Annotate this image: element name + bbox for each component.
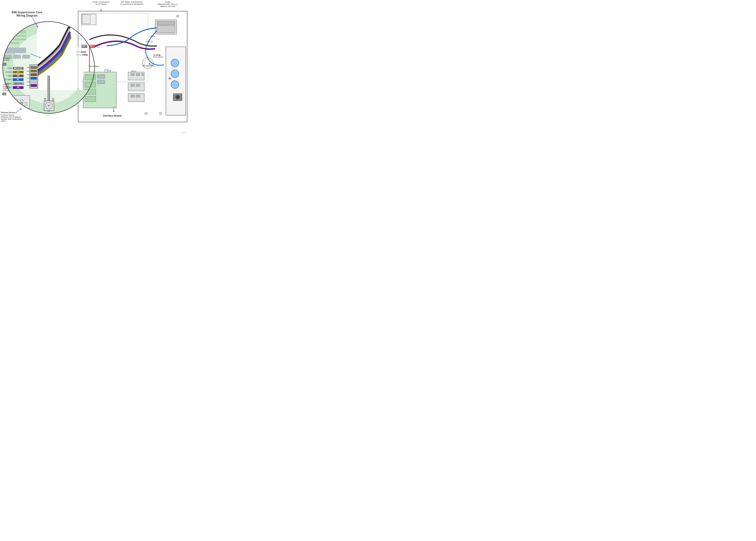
wire-name-gnd: GND [1, 75, 13, 77]
svg-marker-46 [113, 111, 115, 113]
svg-rect-3 [157, 21, 175, 25]
svg-rect-22 [142, 73, 144, 76]
svg-rect-67 [5, 42, 19, 44]
svg-point-90 [20, 99, 23, 102]
svg-point-31 [159, 112, 162, 115]
kink-valves-label: To otherkink valves [153, 54, 163, 58]
wire-row-setting: SETTING BL [1, 78, 33, 81]
svg-rect-25 [136, 84, 140, 86]
emi-title: EMI Suppression Core Wiring Diagram [9, 11, 45, 17]
wire-name-24vac: 24 VAC [1, 71, 13, 73]
diagram-container: 1/8 BL 3/16 CL PR 1/8 CL BL Scaler Conne… [0, 0, 189, 135]
svg-point-18 [177, 96, 179, 98]
watermark: ArtFull [181, 131, 187, 134]
wire-badge-gnd: BR [13, 75, 24, 77]
svg-rect-100 [52, 98, 54, 102]
svg-rect-93 [17, 103, 19, 106]
svg-point-98 [48, 105, 50, 106]
svg-text:1/8 BL: 1/8 BL [150, 35, 156, 37]
emi-arrow-svg [22, 17, 40, 29]
svg-point-14 [171, 70, 179, 78]
svg-text:PR: PR [144, 48, 147, 50]
svg-rect-21 [136, 73, 140, 76]
svg-rect-23 [128, 83, 144, 91]
svg-rect-66 [5, 39, 26, 40]
svg-point-29 [177, 15, 179, 17]
wire-row-24vac: 24 VAC GY [1, 71, 33, 73]
svg-rect-99 [44, 98, 46, 102]
voltage-changes-label: VoltageChangesDependon Action [0, 84, 12, 92]
pressure-sensor-desc: Pressure Sensor(Requires min of 5psig to… [1, 114, 37, 122]
svg-rect-70 [14, 55, 21, 59]
svg-rect-20 [131, 73, 135, 76]
svg-text:3/16 CL: 3/16 CL [146, 41, 153, 43]
svg-rect-87 [10, 95, 30, 108]
svg-rect-71 [23, 55, 30, 59]
svg-rect-19 [128, 72, 144, 80]
svg-rect-26 [128, 94, 144, 102]
connector-symbol-1 [3, 63, 6, 66]
scaler-label: Scaler(attached with velcro todelivery u… [155, 1, 180, 7]
svg-point-15 [171, 81, 179, 89]
svg-text:BL: BL [169, 77, 172, 80]
svg-rect-27 [131, 95, 135, 97]
connector-symbol-2 [3, 93, 6, 95]
svg-rect-92 [14, 103, 15, 106]
wire-badge-enable: WH or YL [13, 82, 24, 85]
svg-rect-68 [5, 48, 26, 53]
wire-row-gnd: GND BR [1, 75, 33, 77]
constant-24vac-label: Constant24 VAC [1, 57, 12, 61]
svg-text:1/8 CL: 1/8 CL [131, 70, 137, 72]
wire-name-setting: SETTING [1, 79, 13, 81]
svg-rect-24 [131, 84, 135, 86]
pressure-sensor-arrow [14, 107, 29, 114]
wire-name-com: COM [1, 67, 13, 69]
svg-line-106 [15, 108, 22, 113]
air-manifold-label: Air manifold [143, 64, 153, 67]
wire-badge-setting: BL [13, 78, 24, 81]
svg-rect-10 [98, 75, 105, 78]
wire-badge-boost: PR [13, 86, 24, 89]
svg-rect-64 [5, 31, 26, 33]
svg-marker-59 [101, 10, 102, 11]
wire-labels-container: Constant24 VAC COM BK or GY 24 VAC GY GN… [1, 65, 33, 90]
top-arrows-svg [92, 1, 128, 12]
svg-rect-11 [98, 80, 105, 84]
wire-badge-com: BK or GY [13, 67, 24, 70]
svg-rect-28 [136, 95, 140, 97]
svg-marker-55 [110, 70, 111, 72]
svg-point-33 [145, 112, 148, 115]
wire-row-com: COM BK or GY [1, 67, 33, 70]
wire-badge-24vac: GY [13, 71, 24, 73]
svg-point-13 [171, 59, 179, 67]
interface-board-label: Interface Board [103, 114, 122, 117]
svg-rect-4 [157, 26, 175, 33]
